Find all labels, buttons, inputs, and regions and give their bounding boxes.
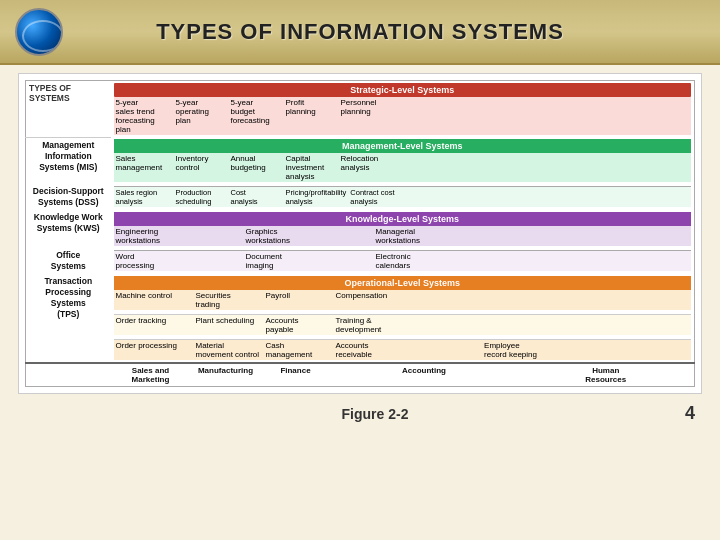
tps-r1-securities: Securitiestrading [194, 290, 264, 310]
tps-r3-employee: Employeerecord keeping [482, 340, 691, 361]
bottom-label-3: Finance [261, 363, 331, 387]
mis-cell-3: Annualbudgeting [229, 153, 284, 182]
kws-label: Knowledge WorkSystems (KWS) [26, 210, 111, 248]
tps-r2-order-tracking: Order tracking [114, 315, 194, 336]
office-cell-2: Documentimaging [244, 251, 374, 272]
dss-cell-5: Contract costanalysis [348, 187, 691, 208]
tps-r1-compensation: Compensation [334, 290, 692, 310]
office-label: OfficeSystems [26, 248, 111, 274]
figure-caption: Figure 2-2 [65, 406, 685, 422]
strategic-cell-1: 5-yearsales trendforecasting plan [114, 97, 174, 135]
footer: Figure 2-2 4 [0, 399, 720, 426]
strategic-header: Strategic-Level Systems [114, 83, 692, 97]
types-label: TYPES OF SYSTEMS [26, 81, 111, 138]
tps-r3-cash: Cashmanagement [264, 340, 334, 361]
management-header: Management-Level Systems [114, 139, 692, 153]
page-number: 4 [685, 403, 695, 424]
header: TYPES OF INFORMATION SYSTEMS [0, 0, 720, 65]
globe-icon [15, 8, 63, 56]
bottom-label-2: Manufacturing [191, 363, 261, 387]
tps-r2-training: Training &development [334, 315, 692, 336]
dss-cell-2: Productionscheduling [174, 187, 229, 208]
tps-label: TransactionProcessingSystems(TPS) [26, 274, 111, 363]
office-cell-1: Wordprocessing [114, 251, 244, 272]
dss-label: Decision-SupportSystems (DSS) [26, 184, 111, 210]
kws-cell-3: Managerialworkstations [374, 226, 692, 246]
kws-cell-2: Graphicsworkstations [244, 226, 374, 246]
strategic-cell-3: 5-yearbudgetforecasting [229, 97, 284, 135]
knowledge-header: Knowledge-Level Systems [114, 212, 692, 226]
mis-cell-5: Relocationanalysis [339, 153, 692, 182]
mis-cell-1: Salesmanagement [114, 153, 174, 182]
dss-cell-4: Pricing/profitabilityanalysis [284, 187, 349, 208]
mis-cell-4: Capitalinvestmentanalysis [284, 153, 339, 182]
tps-r3-order-processing: Order processing [114, 340, 194, 361]
dss-cell-1: Sales regionanalysis [114, 187, 174, 208]
tps-r3-accounts-receivable: Accountsreceivable [334, 340, 483, 361]
bottom-label-1: Sales andMarketing [111, 363, 191, 387]
tps-r3-material: Materialmovement control [194, 340, 264, 361]
operational-header: Operational-Level Systems [114, 276, 692, 290]
bottom-label-5: HumanResources [517, 363, 694, 387]
header-title: TYPES OF INFORMATION SYSTEMS [156, 19, 564, 45]
strategic-cell-2: 5-yearoperatingplan [174, 97, 229, 135]
tps-r1-payroll: Payroll [264, 290, 334, 310]
strategic-cell-profit: Profitplanning [284, 97, 339, 135]
bottom-label-4: Accounting [331, 363, 518, 387]
tps-r2-accounts-payable: Accountspayable [264, 315, 334, 336]
main-content: TYPES OF SYSTEMS Strategic-Level Systems… [18, 73, 702, 394]
office-cell-3: Electroniccalendars [374, 251, 692, 272]
strategic-cell-5: Personnelplanning [339, 97, 692, 135]
diagram-table: TYPES OF SYSTEMS Strategic-Level Systems… [25, 80, 695, 387]
mis-cell-2: Inventorycontrol [174, 153, 229, 182]
mis-label: ManagementInformationSystems (MIS) [26, 137, 111, 184]
tps-r1-machine-control: Machine control [114, 290, 194, 310]
tps-r2-plant-scheduling: Plant scheduling [194, 315, 264, 336]
bottom-spacer [26, 363, 111, 387]
dss-cell-3: Costanalysis [229, 187, 284, 208]
kws-cell-1: Engineeringworkstations [114, 226, 244, 246]
